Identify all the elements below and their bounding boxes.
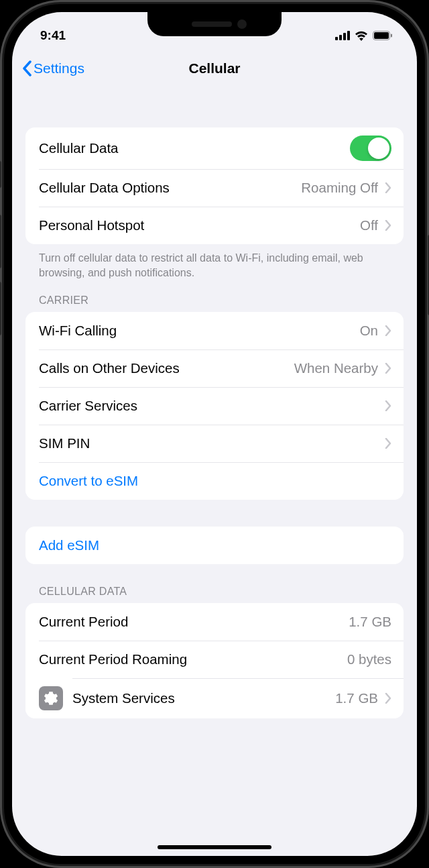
battery-icon <box>373 31 393 40</box>
chevron-right-icon <box>385 693 391 704</box>
speaker <box>192 21 232 27</box>
cellular-data-options-label: Cellular Data Options <box>39 180 301 196</box>
toggle-knob <box>368 138 389 159</box>
current-period-value: 1.7 GB <box>349 614 391 630</box>
chevron-right-icon <box>385 220 391 231</box>
roaming-label: Current Period Roaming <box>39 651 347 667</box>
svg-rect-1 <box>339 35 342 40</box>
roaming-value: 0 bytes <box>347 651 391 667</box>
system-services-label: System Services <box>72 690 335 706</box>
cellular-signal-icon <box>335 31 350 40</box>
svg-rect-2 <box>343 33 346 40</box>
mute-switch <box>0 161 1 188</box>
row-cellular-data-options[interactable]: Cellular Data Options Roaming Off <box>25 169 404 207</box>
screen: 9:41 Settings Cellular Cellular Data <box>12 12 417 856</box>
nav-bar: Settings Cellular <box>12 50 417 87</box>
svg-rect-5 <box>374 32 389 39</box>
group-add-esim: Add eSIM <box>25 527 404 564</box>
carrier-services-label: Carrier Services <box>39 398 385 414</box>
wifi-calling-label: Wi-Fi Calling <box>39 323 360 339</box>
wifi-calling-value: On <box>360 323 378 339</box>
status-time: 9:41 <box>40 28 66 43</box>
convert-esim-label: Convert to eSIM <box>39 473 138 489</box>
personal-hotspot-value: Off <box>360 217 378 233</box>
carrier-header: Carrier <box>25 280 404 312</box>
row-current-period-roaming: Current Period Roaming 0 bytes <box>25 641 404 678</box>
svg-rect-6 <box>391 34 392 38</box>
row-cellular-data[interactable]: Cellular Data <box>25 127 404 169</box>
group-carrier: Wi-Fi Calling On Calls on Other Devices … <box>25 312 404 500</box>
phone-frame: 9:41 Settings Cellular Cellular Data <box>0 0 429 868</box>
row-sim-pin[interactable]: SIM PIN <box>25 425 404 462</box>
chevron-right-icon <box>385 182 391 193</box>
add-esim-label: Add eSIM <box>39 537 99 553</box>
chevron-left-icon <box>21 60 32 76</box>
gear-icon <box>39 686 63 710</box>
current-period-label: Current Period <box>39 614 349 630</box>
wifi-icon <box>355 31 368 41</box>
cellular-data-label: Cellular Data <box>39 140 350 156</box>
group-data-usage: Current Period 1.7 GB Current Period Roa… <box>25 603 404 718</box>
cellular-footer-text: Turn off cellular data to restrict all d… <box>25 244 404 280</box>
home-indicator[interactable] <box>158 845 271 849</box>
chevron-right-icon <box>385 400 391 411</box>
personal-hotspot-label: Personal Hotspot <box>39 217 360 233</box>
chevron-right-icon <box>385 325 391 336</box>
calls-other-value: When Nearby <box>294 360 378 376</box>
svg-rect-3 <box>347 31 350 40</box>
row-system-services[interactable]: System Services 1.7 GB <box>25 678 404 718</box>
system-services-value: 1.7 GB <box>335 690 378 706</box>
row-current-period: Current Period 1.7 GB <box>25 603 404 641</box>
row-carrier-services[interactable]: Carrier Services <box>25 387 404 425</box>
calls-other-label: Calls on Other Devices <box>39 360 294 376</box>
cellular-data-header: Cellular Data <box>25 564 404 603</box>
chevron-right-icon <box>385 438 391 449</box>
content-scroll[interactable]: Cellular Data Cellular Data Options Roam… <box>12 87 417 856</box>
row-calls-other-devices[interactable]: Calls on Other Devices When Nearby <box>25 349 404 387</box>
row-wifi-calling[interactable]: Wi-Fi Calling On <box>25 312 404 349</box>
volume-down-button <box>0 282 1 335</box>
row-add-esim[interactable]: Add eSIM <box>25 527 404 564</box>
front-camera <box>237 19 247 29</box>
row-personal-hotspot[interactable]: Personal Hotspot Off <box>25 207 404 244</box>
status-indicators <box>335 31 393 41</box>
cellular-data-toggle[interactable] <box>350 135 391 161</box>
back-label: Settings <box>34 60 84 76</box>
svg-rect-0 <box>335 37 338 40</box>
group-cellular: Cellular Data Cellular Data Options Roam… <box>25 127 404 244</box>
chevron-right-icon <box>385 363 391 374</box>
sim-pin-label: SIM PIN <box>39 435 385 451</box>
volume-up-button <box>0 215 1 268</box>
page-title: Cellular <box>188 60 240 76</box>
notch <box>147 12 282 36</box>
cellular-data-options-value: Roaming Off <box>301 180 378 196</box>
back-button[interactable]: Settings <box>21 60 84 76</box>
row-convert-esim[interactable]: Convert to eSIM <box>25 462 404 500</box>
